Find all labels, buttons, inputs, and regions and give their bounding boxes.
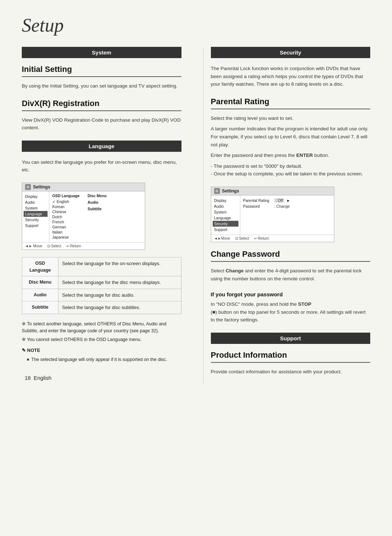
security-intro: The Parental Lock function works in conj…	[211, 65, 371, 88]
ss2-row-password: Password : Change	[243, 203, 331, 209]
other-cols: Disc Menu Audio Subtitle	[87, 194, 107, 240]
table-row: OSDLanguage Select the language for the …	[22, 257, 181, 276]
ss2-row-parental: Parental Rating : Off ►	[243, 198, 331, 203]
forgot-password-section: If you forgot your password In "NO DISC"…	[211, 291, 371, 324]
ss-sidebar-security: Security	[24, 217, 48, 223]
ss-sidebar-system: System	[24, 205, 48, 211]
note-title: ✎ NOTE	[22, 347, 181, 354]
security-header: Security	[211, 47, 371, 58]
pr-body3: Enter the password and then press the EN…	[211, 151, 371, 159]
pr-row-arrow: ►	[286, 198, 290, 203]
parental-rating-title: Parental Rating	[211, 97, 371, 109]
ss-content: OSD Language English Korean Chinese Dutc…	[49, 191, 145, 242]
pr-bullet2: - Once the setup is complete, you will b…	[211, 170, 371, 178]
initial-setting-section: Initial Setting By using the Initial Set…	[22, 65, 181, 90]
divxr-title: DivX(R) Registration	[22, 99, 181, 111]
ss2-content: Parental Rating : Off ► Password : Chang…	[240, 195, 334, 235]
ss2-move: ◄►Move	[214, 236, 230, 240]
ss-sidebar-language: Language	[24, 211, 48, 217]
note-item-1: The selected language will only appear i…	[27, 356, 181, 363]
language-table: OSDLanguage Select the language for the …	[22, 257, 181, 314]
right-column: Security The Parental Lock function work…	[203, 47, 371, 385]
page-title: Setup	[22, 15, 370, 36]
subtitle-desc: Select the language for disc subtitles.	[58, 301, 181, 314]
osd-language-col: OSD Language English Korean Chinese Dutc…	[52, 194, 79, 240]
system-header: System	[22, 47, 181, 58]
lang-english: English	[52, 199, 79, 204]
ss2-icon: G	[214, 188, 220, 194]
ss-sidebar: Display Audio System Language Security S…	[22, 191, 49, 242]
ss2-sidebar: Display Audio System Language Security S…	[211, 195, 240, 235]
pw-row-value: : Change	[274, 204, 290, 208]
note-section: ✎ NOTE The selected language will only a…	[22, 347, 181, 363]
parental-rating-body: Select the rating level you want to set.…	[211, 114, 371, 178]
change-password-body: Select Change and enter the 4-digit pass…	[211, 267, 371, 283]
support-header: Support	[211, 333, 371, 344]
subtitle-label: Subtitle	[22, 301, 58, 314]
change-password-section: Change Password Select Change and enter …	[211, 249, 371, 283]
ss-submenu: OSD Language English Korean Chinese Dutc…	[52, 194, 142, 240]
warning-2: You cannot select OTHERS in the OSD Lang…	[22, 336, 181, 343]
language-intro: You can select the language you prefer f…	[22, 158, 181, 174]
audio-header: Audio	[87, 200, 107, 204]
ss2-language: Language	[213, 215, 238, 221]
lang-korean: Korean	[52, 204, 79, 209]
pr-row-value: : Off	[274, 198, 285, 203]
page-number: 18English	[22, 374, 181, 382]
lang-japanese: Japanese	[52, 235, 79, 240]
disc-menu-label: Disc Menu	[22, 276, 58, 289]
osd-label: OSDLanguage	[22, 257, 58, 276]
osd-header: OSD Language	[52, 194, 79, 198]
ss2-return: ↩ Return	[254, 236, 269, 240]
ss2-title: Settings	[222, 188, 239, 194]
lang-chinese: Chinese	[52, 209, 79, 214]
lang-italian: Italian	[52, 230, 79, 235]
warning-1: To select another language, select OTHER…	[22, 321, 181, 334]
osd-desc: Select the language for the on-screen di…	[58, 257, 181, 276]
ss2-footer: ◄►Move ⊡ Select ↩ Return	[211, 235, 334, 242]
lang-french: French	[52, 219, 79, 224]
settings-icon: G	[25, 184, 31, 190]
table-row: Audio Select the language for disc audio…	[22, 289, 181, 301]
audio-label: Audio	[22, 289, 58, 301]
audio-desc: Select the language for disc audio.	[58, 289, 181, 301]
ss-body: Display Audio System Language Security S…	[22, 191, 145, 242]
forgot-password-body: In "NO DISC" mode, press and hold the ST…	[211, 300, 371, 324]
language-settings-screenshot: G Settings Display Audio System Language…	[22, 183, 145, 250]
table-row: Subtitle Select the language for disc su…	[22, 301, 181, 314]
ss-sidebar-display: Display	[24, 194, 48, 199]
ss2-audio: Audio	[213, 203, 238, 209]
ss2-security: Security	[213, 221, 238, 227]
disc-menu-desc: Select the language for the disc menu di…	[58, 276, 181, 289]
lang-german: German	[52, 224, 79, 230]
divxr-registration-section: DivX(R) Registration View DivX(R) VOD Re…	[22, 99, 181, 132]
initial-setting-title: Initial Setting	[22, 65, 181, 77]
ss2-select: ⊡ Select	[235, 236, 249, 240]
security-settings-screenshot: G Settings Display Audio System Language…	[211, 187, 334, 242]
pr-body1: Select the rating level you want to set.	[211, 114, 371, 122]
ss-title: Settings	[33, 184, 50, 190]
forgot-password-title: If you forgot your password	[211, 291, 371, 297]
ss2-titlebar: G Settings	[211, 187, 334, 195]
ss2-support: Support	[213, 227, 238, 232]
language-header: Language	[22, 141, 181, 152]
product-info-body: Provide contact information for assistan…	[211, 368, 371, 376]
ss-move: ◄► Move	[25, 244, 42, 248]
pr-body2: A larger number indicates that the progr…	[211, 125, 371, 149]
initial-setting-body: By using the Initial Setting, you can se…	[22, 82, 181, 90]
ss2-system: System	[213, 209, 238, 215]
ss2-display: Display	[213, 198, 238, 203]
disc-menu-header: Disc Menu	[87, 194, 107, 198]
ss-titlebar: G Settings	[22, 183, 145, 191]
ss-return: ↩ Return	[66, 244, 81, 248]
pr-row-label: Parental Rating	[243, 198, 272, 203]
enter-label: ENTER	[296, 153, 313, 158]
divxr-body: View DivX(R) VOD Registration Code to pu…	[22, 116, 181, 132]
change-password-title: Change Password	[211, 249, 371, 262]
ss-sidebar-audio: Audio	[24, 199, 48, 205]
ss-footer: ◄► Move ⊡ Select ↩ Return	[22, 242, 145, 249]
change-label: Change	[226, 268, 244, 273]
product-information-section: Product Information Provide contact info…	[211, 350, 371, 376]
ss2-body: Display Audio System Language Security S…	[211, 195, 334, 235]
ss-select: ⊡ Select	[47, 244, 61, 248]
